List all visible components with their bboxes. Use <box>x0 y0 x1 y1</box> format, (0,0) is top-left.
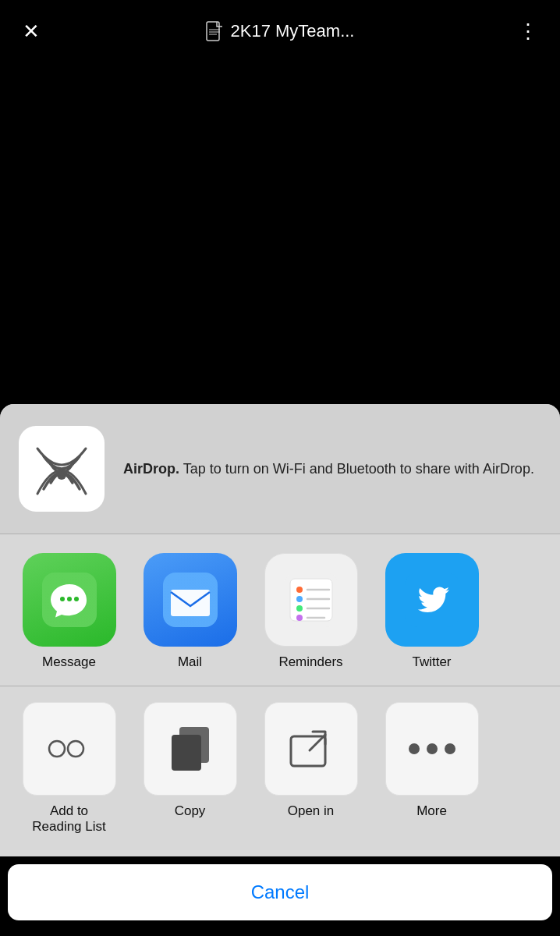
action-label-more: More <box>416 803 447 819</box>
airdrop-icon <box>19 426 105 512</box>
app-label-message: Message <box>42 654 96 670</box>
svg-point-7 <box>67 597 72 601</box>
more-icon <box>385 702 479 796</box>
svg-point-13 <box>296 587 303 593</box>
svg-point-8 <box>74 597 79 601</box>
svg-point-22 <box>49 741 65 757</box>
apps-section: Message <box>0 534 560 686</box>
reading-list-icon <box>23 702 116 796</box>
action-item-reading-list[interactable]: Add to Reading List <box>12 702 126 835</box>
svg-point-27 <box>409 743 420 754</box>
svg-point-23 <box>68 741 83 757</box>
svg-point-29 <box>445 743 455 754</box>
svg-point-28 <box>427 743 438 754</box>
svg-point-15 <box>296 605 303 612</box>
airdrop-section[interactable]: AirDrop. Tap to turn on Wi-Fi and Blueto… <box>0 404 560 534</box>
app-item-twitter[interactable]: Twitter <box>375 553 488 670</box>
airdrop-description: AirDrop. Tap to turn on Wi-Fi and Blueto… <box>123 459 534 479</box>
doc-icon <box>206 21 223 41</box>
svg-point-14 <box>296 596 303 602</box>
action-label-reading-list: Add to Reading List <box>32 803 106 835</box>
app-item-reminders[interactable]: Reminders <box>254 553 367 670</box>
apps-row: Message <box>12 553 548 670</box>
title-center: 2K17 MyTeam... <box>47 21 513 41</box>
page-title: 2K17 MyTeam... <box>231 21 355 41</box>
app-item-message[interactable]: Message <box>12 553 126 670</box>
open-in-icon <box>264 702 358 796</box>
mail-icon <box>144 553 237 647</box>
action-label-open-in: Open in <box>288 803 335 819</box>
svg-rect-25 <box>172 735 201 771</box>
actions-row: Add to Reading List Copy <box>12 702 548 835</box>
airdrop-label: AirDrop. <box>123 461 179 477</box>
app-label-mail: Mail <box>178 654 202 670</box>
message-icon <box>23 553 116 647</box>
app-item-mail[interactable]: Mail <box>133 553 246 670</box>
action-item-copy[interactable]: Copy <box>133 702 246 835</box>
svg-point-6 <box>60 597 65 601</box>
svg-rect-10 <box>171 590 210 616</box>
actions-section: Add to Reading List Copy <box>0 686 560 856</box>
app-label-reminders: Reminders <box>278 654 342 670</box>
title-bar: ✕ 2K17 MyTeam... ⋮ <box>0 0 560 62</box>
twitter-icon <box>385 553 479 647</box>
action-item-more[interactable]: More <box>375 702 488 835</box>
more-button[interactable]: ⋮ <box>513 20 544 44</box>
copy-icon <box>144 702 237 796</box>
cancel-button[interactable]: Cancel <box>8 864 552 920</box>
share-sheet: AirDrop. Tap to turn on Wi-Fi and Blueto… <box>0 404 560 856</box>
action-label-copy: Copy <box>175 803 206 819</box>
reminders-icon <box>264 553 358 647</box>
cancel-label: Cancel <box>251 881 310 903</box>
airdrop-detail: Tap to turn on Wi-Fi and Bluetooth to sh… <box>179 461 534 477</box>
app-label-twitter: Twitter <box>412 654 451 670</box>
action-item-open-in[interactable]: Open in <box>254 702 367 835</box>
svg-point-16 <box>296 615 303 621</box>
close-button[interactable]: ✕ <box>16 20 47 44</box>
